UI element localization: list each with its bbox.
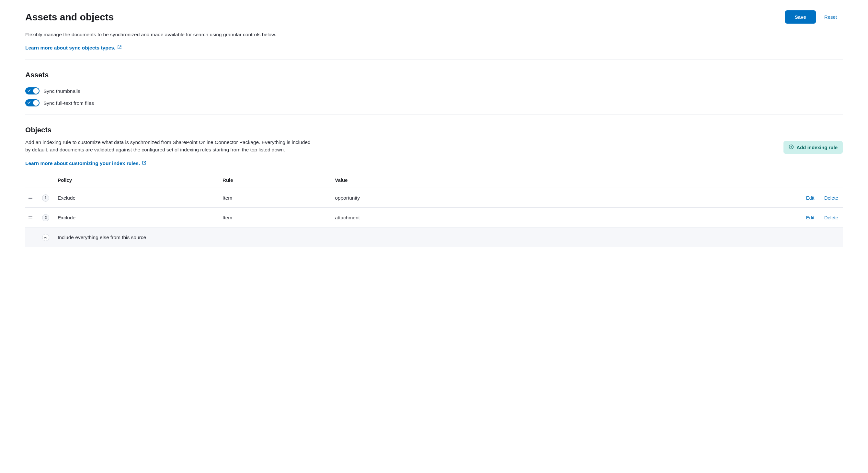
delete-rule-button[interactable]: Delete (822, 195, 840, 201)
edit-rule-button[interactable]: Edit (804, 215, 816, 220)
table-row: 2 Exclude Item attachment Edit Delete (25, 208, 843, 228)
toggle-sync-thumbnails-row: Sync thumbnails (25, 87, 843, 95)
toggle-sync-thumbnails-label: Sync thumbnails (43, 87, 80, 95)
row-number-badge: 1 (42, 195, 49, 202)
assets-section-title: Assets (25, 70, 843, 80)
table-header-rule: Rule (220, 173, 332, 188)
cell-policy: Exclude (55, 188, 220, 208)
learn-more-sync-types-label: Learn more about sync objects types. (25, 44, 115, 52)
toggle-sync-fulltext-label: Sync full-text from files (43, 99, 94, 107)
infinity-icon: ∞ (42, 234, 49, 241)
cell-policy: Exclude (55, 208, 220, 228)
table-header-actions (547, 173, 843, 188)
save-button[interactable]: Save (785, 10, 816, 24)
intro-text: Flexibly manage the documents to be sync… (25, 31, 843, 38)
edit-rule-button[interactable]: Edit (804, 195, 816, 201)
drag-handle-icon[interactable] (28, 215, 37, 220)
cell-value: opportunity (332, 188, 547, 208)
toggle-sync-fulltext-row: Sync full-text from files (25, 99, 843, 107)
learn-more-sync-types-link[interactable]: Learn more about sync objects types. (25, 44, 122, 52)
learn-more-index-rules-label: Learn more about customizing your index … (25, 160, 140, 167)
add-indexing-rule-button[interactable]: Add indexing rule (783, 141, 843, 154)
header-actions: Save Reset (785, 10, 843, 24)
cell-value: attachment (332, 208, 547, 228)
table-header-policy: Policy (55, 173, 220, 188)
learn-more-index-rules-link[interactable]: Learn more about customizing your index … (25, 160, 146, 167)
toggle-sync-thumbnails[interactable] (25, 87, 39, 95)
row-number-badge: 2 (42, 214, 49, 221)
cell-rule: Item (220, 208, 332, 228)
cell-rule: Item (220, 188, 332, 208)
external-link-icon (117, 44, 122, 52)
default-include-label: Include everything else from this source (55, 228, 843, 247)
divider (25, 60, 843, 60)
drag-handle-icon[interactable] (28, 195, 37, 200)
toggle-sync-fulltext[interactable] (25, 99, 39, 106)
objects-section-title: Objects (25, 125, 843, 135)
table-header-spacer (39, 173, 55, 188)
delete-rule-button[interactable]: Delete (822, 215, 840, 220)
reset-button[interactable]: Reset (818, 10, 843, 24)
page-title: Assets and objects (25, 10, 114, 24)
table-header-spacer (25, 173, 39, 188)
default-include-row: ∞ Include everything else from this sour… (25, 228, 843, 247)
table-row: 1 Exclude Item opportunity Edit Delete (25, 188, 843, 208)
plus-circle-icon (789, 144, 794, 150)
add-indexing-rule-label: Add indexing rule (797, 145, 838, 150)
divider (25, 114, 843, 115)
objects-intro-text: Add an indexing rule to customize what d… (25, 138, 317, 154)
external-link-icon (142, 160, 146, 167)
check-icon (27, 100, 31, 104)
indexing-rules-table: Policy Rule Value 1 Exclude Item opportu… (25, 173, 843, 247)
check-icon (27, 88, 31, 93)
table-header-value: Value (332, 173, 547, 188)
